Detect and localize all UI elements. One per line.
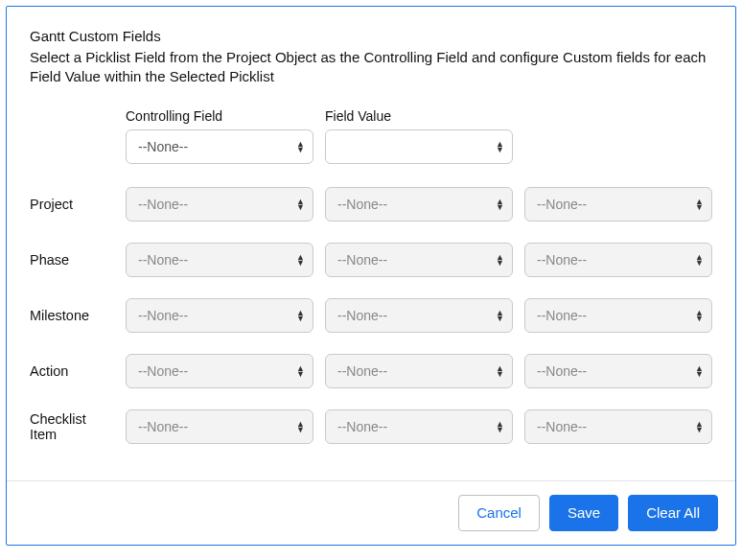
chevron-updown-icon: ▲▼	[695, 310, 704, 321]
panel-description: Select a Picklist Field from the Project…	[30, 48, 712, 87]
field-select-value: --None--	[337, 419, 387, 434]
spacer	[30, 108, 114, 164]
clear-all-button[interactable]: Clear All	[628, 495, 718, 531]
field-select-value: --None--	[337, 197, 387, 212]
field-select-value: --None--	[138, 197, 188, 212]
chevron-updown-icon: ▲▼	[496, 421, 504, 432]
field-select-value: --None--	[537, 419, 587, 434]
chevron-updown-icon: ▲▼	[296, 421, 305, 432]
cancel-button[interactable]: Cancel	[458, 495, 540, 531]
config-row: Phase--None--▲▼--None--▲▼--None--▲▼	[30, 243, 712, 277]
chevron-updown-icon: ▲▼	[296, 365, 305, 377]
controlling-field-label: Controlling Field	[126, 108, 313, 124]
field-select[interactable]: --None--▲▼	[524, 243, 712, 277]
field-select-value: --None--	[337, 363, 387, 379]
controlling-row: Controlling Field --None-- ▲▼ Field Valu…	[30, 108, 712, 164]
field-select-value: --None--	[537, 252, 587, 268]
gantt-custom-fields-panel: Gantt Custom Fields Select a Picklist Fi…	[6, 6, 736, 546]
chevron-updown-icon: ▲▼	[695, 365, 704, 377]
save-button[interactable]: Save	[549, 495, 618, 531]
chevron-updown-icon: ▲▼	[496, 141, 504, 152]
field-select[interactable]: --None--▲▼	[126, 298, 313, 333]
field-select[interactable]: --None--▲▼	[126, 187, 313, 222]
chevron-updown-icon: ▲▼	[496, 365, 504, 377]
field-select-value: --None--	[337, 308, 387, 323]
field-select-value: --None--	[138, 363, 188, 379]
chevron-updown-icon: ▲▼	[496, 198, 504, 210]
field-select[interactable]: --None--▲▼	[325, 354, 513, 388]
chevron-updown-icon: ▲▼	[695, 421, 704, 432]
row-label: Phase	[30, 252, 114, 268]
field-select-value: --None--	[537, 308, 587, 323]
field-select-value: --None--	[337, 252, 387, 268]
chevron-updown-icon: ▲▼	[296, 310, 305, 321]
chevron-updown-icon: ▲▼	[496, 254, 504, 266]
field-select[interactable]: --None--▲▼	[126, 409, 313, 444]
panel-footer: Cancel Save Clear All	[7, 480, 735, 545]
row-label: Milestone	[30, 308, 114, 323]
chevron-updown-icon: ▲▼	[296, 141, 305, 152]
controlling-field-value: --None--	[138, 139, 188, 154]
chevron-updown-icon: ▲▼	[296, 198, 305, 210]
row-label: Action	[30, 363, 114, 379]
controlling-field-select[interactable]: --None-- ▲▼	[126, 129, 313, 164]
panel-content: Gantt Custom Fields Select a Picklist Fi…	[7, 7, 735, 480]
chevron-updown-icon: ▲▼	[496, 310, 504, 321]
config-row: Milestone--None--▲▼--None--▲▼--None--▲▼	[30, 298, 712, 333]
field-select-value: --None--	[537, 363, 587, 379]
field-select[interactable]: --None--▲▼	[524, 187, 712, 222]
field-select[interactable]: --None--▲▼	[524, 409, 712, 444]
field-select-value: --None--	[138, 419, 188, 434]
chevron-updown-icon: ▲▼	[695, 198, 704, 210]
field-select[interactable]: --None--▲▼	[524, 354, 712, 388]
field-select[interactable]: --None--▲▼	[126, 354, 313, 388]
config-row: Action--None--▲▼--None--▲▼--None--▲▼	[30, 354, 712, 388]
field-select[interactable]: --None--▲▼	[325, 298, 513, 333]
field-select-value: --None--	[138, 252, 188, 268]
field-select-value: --None--	[537, 197, 587, 212]
row-label: Checklist Item	[30, 411, 114, 442]
field-select[interactable]: --None--▲▼	[126, 243, 313, 277]
field-select[interactable]: --None--▲▼	[325, 243, 513, 277]
field-select-value: --None--	[138, 308, 188, 323]
chevron-updown-icon: ▲▼	[695, 254, 704, 266]
field-select[interactable]: --None--▲▼	[524, 298, 712, 333]
field-value-label: Field Value	[325, 108, 513, 124]
field-value-select[interactable]: ▲▼	[325, 129, 513, 164]
chevron-updown-icon: ▲▼	[296, 254, 305, 266]
panel-title: Gantt Custom Fields	[30, 28, 712, 44]
config-row: Project--None--▲▼--None--▲▼--None--▲▼	[30, 187, 712, 222]
field-select[interactable]: --None--▲▼	[325, 187, 513, 222]
field-select[interactable]: --None--▲▼	[325, 409, 513, 444]
row-label: Project	[30, 197, 114, 212]
config-row: Checklist Item--None--▲▼--None--▲▼--None…	[30, 409, 712, 444]
